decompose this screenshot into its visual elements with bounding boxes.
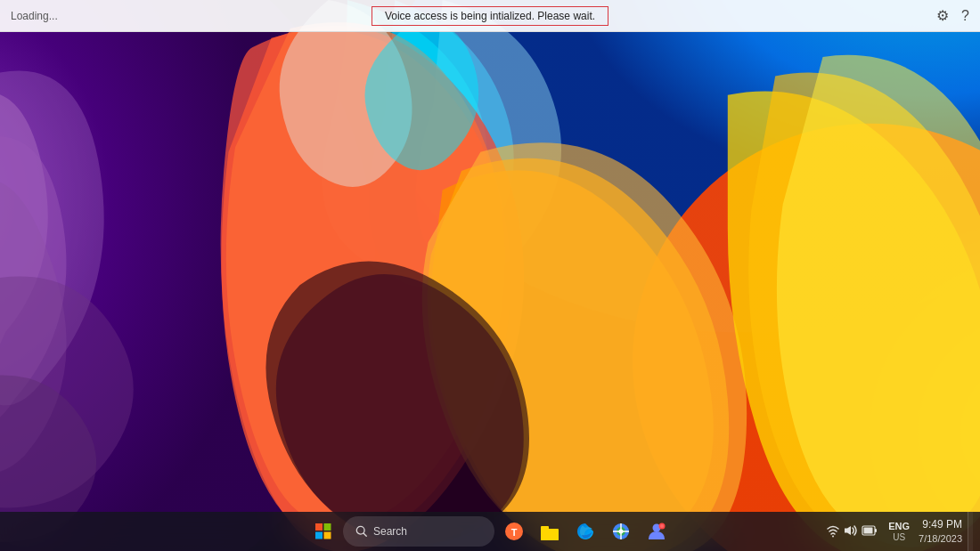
date-display: 7/18/2023 — [919, 532, 962, 545]
taskbar-app-browser[interactable] — [605, 515, 637, 547]
datetime-block[interactable]: 9:49 PM 7/18/2023 — [915, 518, 966, 545]
start-button[interactable] — [307, 515, 339, 547]
edge-icon — [576, 522, 595, 541]
svg-text:T: T — [511, 527, 518, 538]
search-bar[interactable]: Search — [343, 516, 494, 547]
people-icon — [647, 522, 666, 541]
windows-logo-icon — [315, 523, 331, 539]
svg-point-23 — [832, 535, 834, 537]
locale-lang: ENG — [888, 521, 910, 531]
svg-line-9 — [363, 533, 366, 536]
wallpaper — [0, 0, 980, 551]
taskbar-app-people[interactable] — [641, 515, 673, 547]
wifi-icon[interactable] — [826, 523, 840, 540]
system-tray: ENG US 9:49 PM 7/18/2023 — [821, 512, 980, 551]
battery-icon[interactable] — [862, 523, 878, 540]
svg-rect-5 — [324, 523, 331, 531]
locale-region: US — [893, 532, 905, 542]
settings-icon[interactable]: ⚙ — [935, 5, 951, 26]
taskbar-center: Search T — [307, 515, 673, 547]
volume-icon[interactable] — [844, 523, 858, 540]
locale-block[interactable]: ENG US — [885, 521, 913, 541]
taskbar-app-bytedance[interactable]: T — [498, 515, 530, 547]
show-desktop-button[interactable] — [968, 512, 973, 551]
svg-point-22 — [660, 524, 664, 528]
taskbar-app-edge[interactable] — [569, 515, 601, 547]
svg-rect-25 — [875, 529, 877, 532]
search-label: Search — [373, 525, 407, 538]
desktop: Loading... Voice access is being intiali… — [0, 0, 980, 551]
help-icon[interactable]: ? — [960, 6, 971, 26]
taskbar: Search T — [0, 512, 980, 551]
file-explorer-icon — [540, 522, 559, 541]
bytedance-icon: T — [504, 522, 524, 541]
toolbar-icon-group: ⚙ ? — [935, 5, 971, 26]
voice-status-banner: Voice access is being intialized. Please… — [372, 6, 608, 26]
browser-icon — [611, 522, 631, 541]
svg-rect-26 — [864, 527, 873, 533]
svg-rect-4 — [315, 523, 323, 531]
voice-toolbar: Loading... Voice access is being intiali… — [0, 0, 980, 32]
time-display: 9:49 PM — [922, 518, 962, 532]
tray-icons — [821, 523, 883, 540]
loading-text: Loading... — [11, 10, 58, 22]
svg-rect-14 — [541, 529, 559, 540]
taskbar-app-file-explorer[interactable] — [534, 515, 566, 547]
svg-rect-6 — [315, 532, 323, 539]
search-icon — [355, 525, 368, 538]
svg-rect-7 — [324, 532, 331, 539]
